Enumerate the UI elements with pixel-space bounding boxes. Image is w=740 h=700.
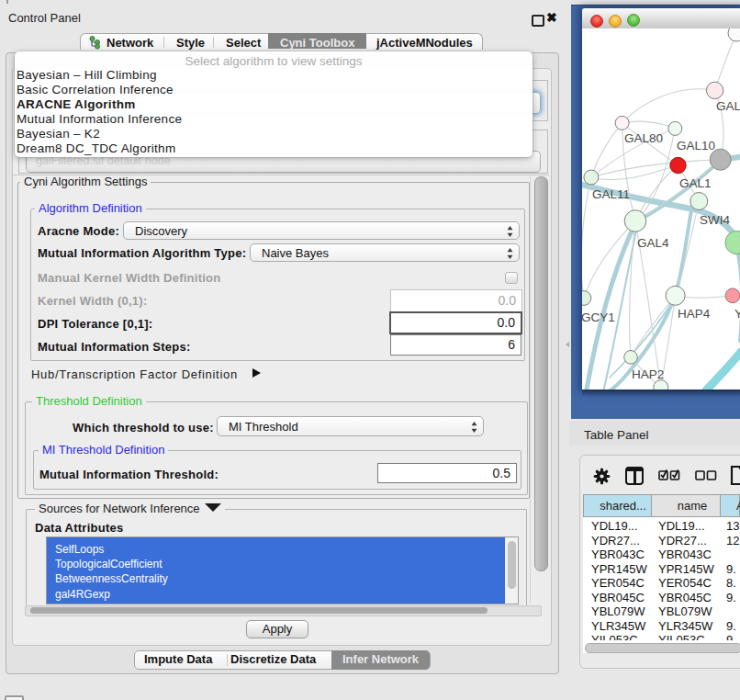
svg-text:GAL10: GAL10 [677,139,715,152]
svg-text:GAL11: GAL11 [592,187,630,201]
svg-text:GAL80: GAL80 [624,131,663,145]
svg-text:HAP2: HAP2 [632,367,664,381]
svg-text:GAL4: GAL4 [637,236,669,250]
svg-text:GCY1: GCY1 [582,310,615,324]
svg-text:SWI4: SWI4 [700,213,730,227]
svg-text:GAL2: GAL2 [716,99,740,113]
svg-text:HAP4: HAP4 [678,307,711,321]
svg-text:GAL1: GAL1 [679,176,712,190]
svg-text:Y: Y [734,307,740,321]
